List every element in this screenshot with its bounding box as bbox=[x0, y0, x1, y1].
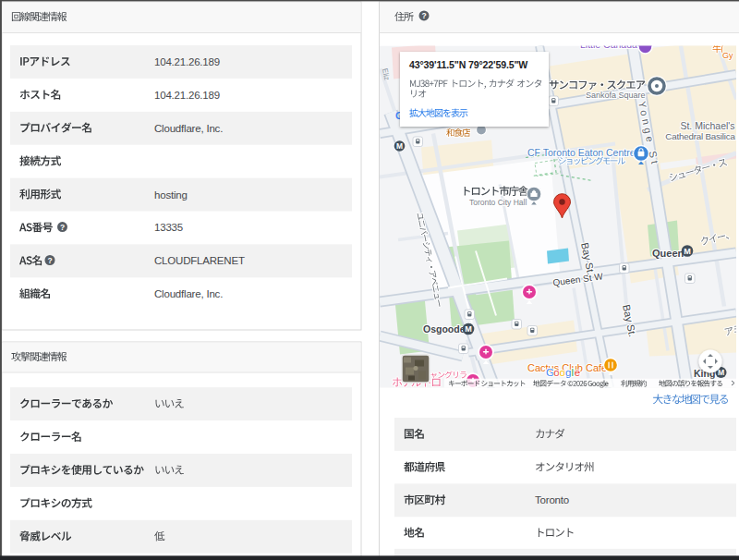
svg-text:?: ? bbox=[421, 11, 426, 20]
svg-text:Gy: Gy bbox=[722, 51, 733, 60]
svg-text:hosting: hosting bbox=[154, 189, 188, 201]
svg-text:?: ? bbox=[47, 256, 52, 265]
svg-text:Queen: Queen bbox=[652, 248, 684, 259]
svg-text:Sankofa Square: Sankofa Square bbox=[586, 91, 646, 100]
svg-text:Cloudflare, Inc.: Cloudflare, Inc. bbox=[154, 123, 223, 134]
svg-text:e: e bbox=[575, 367, 580, 378]
svg-text:104.21.26.189: 104.21.26.189 bbox=[154, 90, 220, 101]
svg-text:104.21.26.189: 104.21.26.189 bbox=[154, 56, 220, 67]
svg-text:43°39'11.5"N 79°22'59.5"W: 43°39'11.5"N 79°22'59.5"W bbox=[409, 59, 527, 70]
svg-text:M: M bbox=[684, 247, 691, 256]
svg-text:Toronto: Toronto bbox=[535, 494, 569, 505]
svg-text:St. Michael's: St. Michael's bbox=[680, 120, 734, 131]
svg-text:?: ? bbox=[60, 223, 65, 232]
svg-text:Toronto City Hall: Toronto City Hall bbox=[469, 198, 527, 207]
svg-text:M: M bbox=[718, 368, 724, 377]
svg-text:M: M bbox=[465, 324, 472, 334]
svg-text:Osgoode: Osgoode bbox=[423, 323, 466, 335]
svg-text:Cathedral Basilica: Cathedral Basilica bbox=[665, 131, 735, 141]
svg-text:M: M bbox=[396, 141, 403, 151]
svg-text:13335: 13335 bbox=[154, 222, 183, 233]
svg-text:Cloudflare, Inc.: Cloudflare, Inc. bbox=[154, 288, 223, 299]
svg-text:CF Toronto Eaton Centre: CF Toronto Eaton Centre bbox=[527, 147, 636, 158]
svg-text:l: l bbox=[571, 367, 574, 378]
svg-text:CLOUDFLARENET: CLOUDFLARENET bbox=[154, 255, 245, 266]
